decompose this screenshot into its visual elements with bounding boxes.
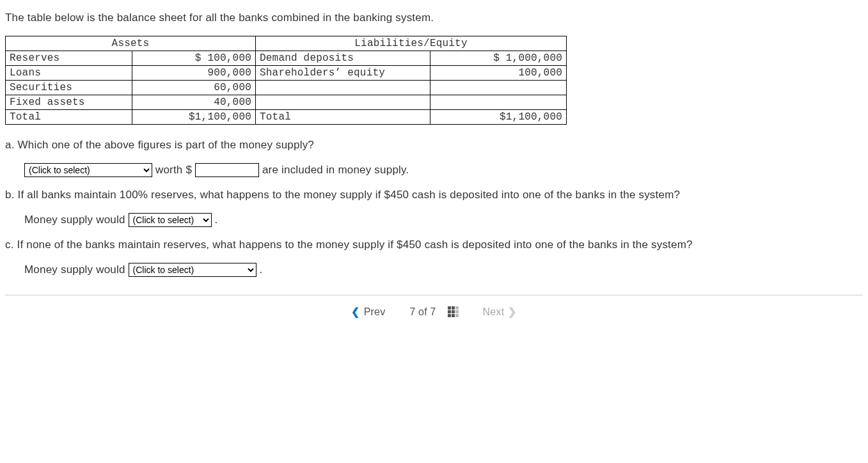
question-b-prompt: b. If all banks maintain 100% reserves, … xyxy=(5,189,863,201)
page-indicator: 7 of 7 xyxy=(409,306,458,318)
pagination-bar: ❮ Prev 7 of 7 Next ❯ xyxy=(5,295,863,318)
balance-sheet-table: Assets Liabilities/Equity Reserves $ 100… xyxy=(5,36,567,125)
liability-label: Total xyxy=(256,110,430,125)
prev-label: Prev xyxy=(364,306,386,318)
question-c-prompt: c. If none of the banks maintain reserve… xyxy=(5,239,863,251)
chevron-left-icon: ❮ xyxy=(351,306,359,318)
table-row: Fixed assets 40,000 xyxy=(6,95,567,110)
asset-value: $ 100,000 xyxy=(132,51,256,66)
question-a-prompt: a. Which one of the above figures is par… xyxy=(5,139,863,152)
liability-label: Shareholders’ equity xyxy=(256,66,430,81)
table-row-total: Total $1,100,000 Total $1,100,000 xyxy=(6,110,567,125)
liability-value xyxy=(430,95,567,110)
page-text: 7 of 7 xyxy=(409,306,436,318)
question-c-lead: Money supply would xyxy=(24,263,129,276)
asset-label: Fixed assets xyxy=(6,95,132,110)
question-c-answer-row: Money supply would (Click to select) . xyxy=(24,263,863,277)
assets-header: Assets xyxy=(6,36,256,51)
asset-label: Loans xyxy=(6,66,132,81)
asset-label: Total xyxy=(6,110,132,125)
table-row: Loans 900,000 Shareholders’ equity 100,0… xyxy=(6,66,567,81)
liability-label xyxy=(256,95,430,110)
prev-button[interactable]: ❮ Prev xyxy=(351,306,385,318)
chevron-right-icon: ❯ xyxy=(508,306,516,318)
next-button[interactable]: Next ❯ xyxy=(483,306,517,318)
question-c-select[interactable]: (Click to select) xyxy=(129,263,256,277)
question-a-select[interactable]: (Click to select) xyxy=(24,163,152,177)
liability-label: Demand deposits xyxy=(256,51,430,66)
question-b-lead: Money supply would xyxy=(24,214,129,226)
asset-label: Reserves xyxy=(6,51,132,66)
liability-value: 100,000 xyxy=(430,66,567,81)
asset-value: $1,100,000 xyxy=(132,110,256,125)
question-a-text-worth: worth $ xyxy=(152,164,195,176)
question-b-answer-row: Money supply would (Click to select) . xyxy=(24,213,863,227)
liability-value: $ 1,000,000 xyxy=(430,51,567,66)
liability-value xyxy=(430,81,567,95)
table-row: Reserves $ 100,000 Demand deposits $ 1,0… xyxy=(6,51,567,66)
asset-label: Securities xyxy=(6,81,132,95)
asset-value: 900,000 xyxy=(132,66,256,81)
question-a-amount-input[interactable] xyxy=(195,163,259,177)
asset-value: 40,000 xyxy=(132,95,256,110)
intro-text: The table below is the balance sheet for… xyxy=(5,12,863,24)
asset-value: 60,000 xyxy=(132,81,256,95)
question-b-tail: . xyxy=(212,214,218,226)
liability-value: $1,100,000 xyxy=(430,110,567,125)
next-label: Next xyxy=(483,306,505,318)
liabilities-header: Liabilities/Equity xyxy=(256,36,567,51)
liability-label xyxy=(256,81,430,95)
question-c-tail: . xyxy=(256,263,263,276)
table-row: Securities 60,000 xyxy=(6,81,567,95)
question-b-select[interactable]: (Click to select) xyxy=(129,213,212,227)
grid-icon[interactable] xyxy=(448,306,459,317)
question-a-text-tail: are included in money supply. xyxy=(259,164,409,176)
question-a-answer-row: (Click to select) worth $ are included i… xyxy=(24,163,863,177)
